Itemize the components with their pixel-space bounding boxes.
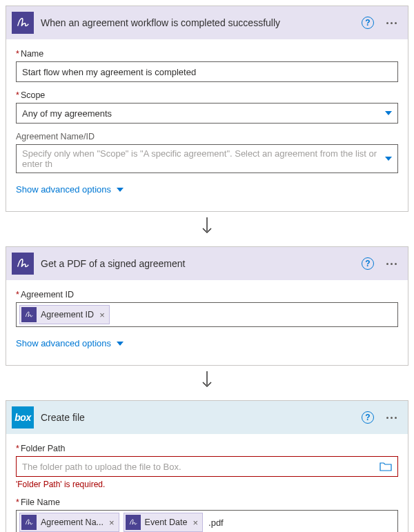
scope-label: Scope (21, 90, 45, 100)
adobe-sign-icon (12, 12, 34, 34)
more-icon[interactable] (384, 414, 400, 422)
card-header[interactable]: When an agreement workflow is completed … (6, 6, 408, 39)
box-icon: box (12, 406, 34, 428)
adobe-sign-icon (21, 307, 37, 322)
file-name-input[interactable]: Agreement Na... × Event Date × .pdf (16, 510, 398, 532)
token-event-date[interactable]: Event Date × (124, 513, 203, 532)
step-createfile-card: box Create file ? *Folder Path The folde… (6, 400, 408, 532)
step-trigger-card: When an agreement workflow is completed … (6, 6, 408, 212)
show-advanced-link[interactable]: Show advanced options (16, 184, 124, 195)
folder-path-label: Folder Path (21, 444, 66, 453)
help-icon[interactable]: ? (362, 17, 374, 29)
name-label: Name (21, 49, 43, 59)
agreement-label: Agreement Name/ID (16, 132, 398, 141)
file-name-field: *File Name Agreement Na... × Event Date … (16, 497, 398, 532)
chevron-down-icon (117, 342, 124, 346)
adobe-sign-icon (21, 515, 37, 530)
scope-field: *Scope Any of my agreements (16, 90, 398, 124)
close-icon[interactable]: × (193, 518, 198, 528)
token-label: Event Date (145, 518, 188, 527)
name-input[interactable]: Start flow when my agreement is complete… (16, 61, 398, 82)
agreement-field: Agreement Name/ID Specify only when "Sco… (16, 132, 398, 173)
token-label: Agreement ID (41, 310, 94, 319)
flow-arrow (6, 217, 408, 237)
file-name-suffix: .pdf (208, 518, 224, 528)
card-title: Get a PDF of a signed agreement (41, 258, 355, 269)
close-icon[interactable]: × (99, 310, 105, 320)
card-title: Create file (41, 412, 355, 423)
token-label: Agreement Na... (41, 518, 103, 527)
card-title: When an agreement workflow is completed … (41, 17, 355, 28)
agreement-id-field: *Agreement ID Agreement ID × (16, 290, 398, 327)
adobe-sign-icon (126, 515, 141, 530)
step-getpdf-card: Get a PDF of a signed agreement ? *Agree… (6, 246, 408, 366)
flow-arrow (6, 371, 408, 391)
help-icon[interactable]: ? (362, 257, 374, 270)
agreement-id-label: Agreement ID (21, 290, 74, 299)
folder-path-input[interactable]: The folder path to upload the file to Bo… (16, 456, 398, 477)
folder-picker-icon[interactable] (379, 462, 392, 471)
scope-select[interactable]: Any of my agreements (16, 103, 398, 124)
file-name-label: File Name (21, 497, 60, 507)
chevron-down-icon (385, 111, 392, 115)
more-icon[interactable] (384, 19, 400, 27)
folder-path-field: *Folder Path The folder path to upload t… (16, 444, 398, 489)
agreement-id-input[interactable]: Agreement ID × (16, 302, 398, 327)
show-advanced-link[interactable]: Show advanced options (16, 338, 124, 348)
token-agreement-name[interactable]: Agreement Na... × (19, 513, 119, 532)
folder-path-error: 'Folder Path' is required. (16, 480, 398, 489)
adobe-sign-icon (12, 253, 34, 275)
agreement-select[interactable]: Specify only when "Scope" is "A specific… (16, 144, 398, 173)
help-icon[interactable]: ? (362, 411, 374, 424)
chevron-down-icon (117, 188, 124, 192)
chevron-down-icon (385, 157, 392, 161)
token-agreement-id[interactable]: Agreement ID × (19, 305, 110, 324)
card-header[interactable]: box Create file ? (6, 401, 408, 434)
name-field: *Name Start flow when my agreement is co… (16, 49, 398, 82)
card-header[interactable]: Get a PDF of a signed agreement ? (6, 247, 408, 280)
more-icon[interactable] (384, 260, 400, 268)
close-icon[interactable]: × (109, 518, 115, 528)
